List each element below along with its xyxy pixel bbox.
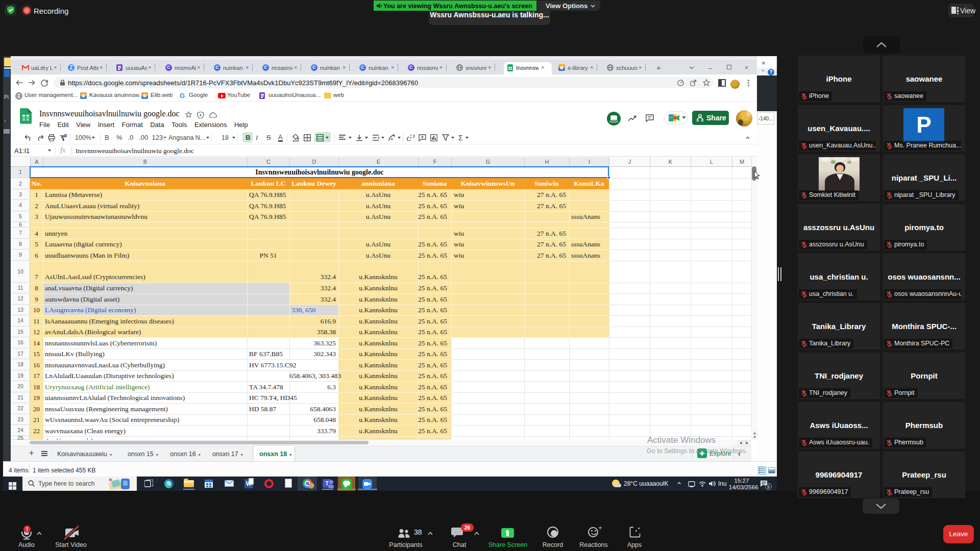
svg-text:A: A	[390, 137, 394, 141]
